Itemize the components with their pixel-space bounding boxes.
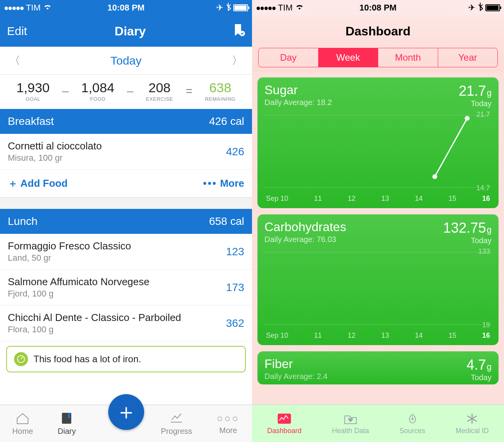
add-fab-button[interactable]: ＋ [108, 394, 144, 430]
add-food-button[interactable]: ＋ Add Food [8, 177, 68, 190]
card-value: 21.7 [459, 83, 486, 99]
book-icon [60, 411, 74, 425]
card-carbohydrates[interactable]: Carbohydrates Daily Average: 76.03 132.7… [257, 214, 499, 345]
section-gap [0, 197, 252, 209]
gauge-icon [14, 352, 28, 366]
food-detail: Fjord, 100 g [8, 289, 150, 299]
x-axis: Sep 10111213141516 [264, 192, 492, 204]
time-range-segment: Day Week Month Year [258, 48, 498, 67]
tab-home[interactable]: Home [12, 411, 33, 436]
dashboard-scroll[interactable]: Sugar Daily Average: 18.2 21.7g Today 21… [252, 72, 504, 405]
clock: 10:08 PM [359, 3, 397, 13]
bookmark-check-icon[interactable] [233, 23, 245, 39]
plus-icon: ＋ [8, 177, 20, 189]
location-icon: ✈ [468, 3, 475, 13]
sugar-chart: 21.7 14.7 [264, 110, 492, 192]
status-bar-right: ●●●●● TIM 10:08 PM ✈ [252, 0, 504, 16]
card-unit: g [487, 225, 492, 235]
seg-week[interactable]: Week [319, 48, 379, 67]
seg-year[interactable]: Year [438, 48, 498, 67]
seg-month[interactable]: Month [378, 48, 438, 67]
food-row[interactable]: Formaggio Fresco ClassicoLand, 50 gr 123 [0, 234, 252, 270]
card-average: Daily Average: 18.2 [264, 98, 332, 107]
svg-point-7 [465, 116, 469, 121]
seg-day[interactable]: Day [259, 48, 319, 67]
exercise-label: EXERCISE [146, 96, 173, 102]
food-calories: 123 [226, 246, 244, 258]
exercise-value: 208 [146, 80, 173, 95]
edit-button[interactable]: Edit [7, 25, 27, 38]
food-detail: Misura, 100 gr [8, 153, 102, 163]
y-min-label: 19 [482, 321, 490, 329]
meal-actions: ＋ Add Food ••• More [0, 170, 252, 197]
tab-bar: Dashboard Health Data Sources Medical ID [252, 405, 504, 442]
carbs-chart: 133 19 [264, 247, 492, 329]
more-button[interactable]: ••• More [203, 177, 244, 189]
date-label[interactable]: Today [110, 54, 141, 67]
asterisk-icon [465, 412, 479, 425]
minus-icon: – [62, 84, 69, 98]
tab-medical-id[interactable]: Medical ID [456, 412, 489, 435]
food-detail: Flora, 100 g [8, 324, 181, 335]
food-name: Salmone Affumicato Norvegese [8, 276, 150, 288]
next-day-button[interactable]: 〉 [232, 53, 243, 68]
meal-name: Lunch [8, 215, 37, 228]
card-title: Carbohydrates [264, 220, 346, 234]
page-title: Dashboard [252, 16, 504, 48]
food-calories: 362 [226, 317, 244, 330]
wifi-icon [295, 3, 304, 13]
goal-value: 1,930 [16, 80, 49, 95]
status-bar-left: ●●●●● TIM 10:08 PM ✈ [0, 0, 252, 16]
folder-heart-icon [343, 412, 358, 425]
card-value: 132.75 [443, 220, 486, 236]
food-row[interactable]: Chicchi Al Dente - Classico - ParboiledF… [0, 305, 252, 341]
nav-bar: Edit Diary [0, 16, 252, 47]
tab-more[interactable]: ○○○ More [217, 412, 240, 435]
food-row[interactable]: Salmone Affumicato NorvegeseFjord, 100 g… [0, 270, 252, 305]
food-label: FOOD [81, 96, 114, 102]
card-value: 4.7 [467, 357, 486, 373]
remaining-value: 638 [205, 80, 235, 95]
food-insight[interactable]: This food has a lot of iron. [6, 346, 246, 372]
battery-icon [485, 4, 500, 11]
tab-dashboard[interactable]: Dashboard [267, 412, 301, 435]
wifi-icon [43, 3, 52, 13]
food-calories: 426 [226, 146, 244, 158]
meal-name: Breakfast [8, 115, 54, 128]
battery-icon [233, 4, 248, 11]
card-title: Sugar [264, 83, 332, 97]
card-unit: g [487, 88, 492, 98]
food-row[interactable]: Cornetti al cioccolato Misura, 100 gr 42… [0, 134, 252, 170]
insight-text: This food has a lot of iron. [33, 354, 141, 365]
x-axis: Sep 10111213141516 [264, 329, 492, 341]
tab-progress[interactable]: Progress [161, 411, 192, 436]
card-average: Daily Average: 76.03 [264, 235, 346, 244]
bluetooth-icon [478, 2, 483, 13]
clock: 10:08 PM [107, 3, 145, 13]
meal-header-breakfast[interactable]: Breakfast 426 cal [0, 109, 252, 134]
card-sugar[interactable]: Sugar Daily Average: 18.2 21.7g Today 21… [257, 77, 499, 208]
chart-icon [169, 411, 183, 425]
prev-day-button[interactable]: 〈 [9, 53, 20, 68]
signal-dots-icon: ●●●●● [256, 4, 275, 12]
meal-calories: 426 cal [209, 115, 244, 128]
tab-bar: Home Diary Progress ○○○ More ＋ [0, 405, 252, 442]
svg-rect-3 [68, 413, 70, 418]
signal-dots-icon: ●●●●● [4, 4, 23, 12]
card-fiber[interactable]: Fiber Daily Average: 2.4 4.7g Today [257, 351, 499, 384]
carrier-label: TIM [278, 3, 293, 13]
plus-icon: ＋ [115, 397, 137, 427]
tab-diary[interactable]: Diary [58, 411, 76, 436]
goal-label: GOAL [16, 96, 49, 102]
food-name: Formaggio Fresco Classico [8, 240, 131, 252]
card-average: Daily Average: 2.4 [264, 372, 328, 381]
food-detail: Land, 50 gr [8, 253, 131, 263]
meal-header-lunch[interactable]: Lunch 658 cal [0, 209, 252, 234]
tab-sources[interactable]: Sources [400, 412, 425, 435]
food-name: Cornetti al cioccolato [8, 140, 102, 152]
ellipsis-icon: ○○○ [217, 412, 240, 424]
svg-point-6 [432, 174, 437, 179]
tab-health-data[interactable]: Health Data [332, 412, 369, 435]
card-sublabel: Today [467, 373, 492, 382]
bluetooth-icon [226, 2, 231, 13]
